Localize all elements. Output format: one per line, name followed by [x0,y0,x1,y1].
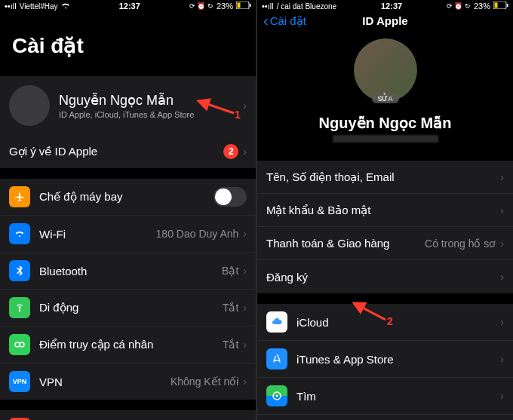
cellular-label: Di động [39,301,223,314]
chevron-right-icon: › [500,316,504,328]
itunes-label: iTunes & App Store [296,353,500,366]
notification-badge: 2 [223,144,238,159]
battery-icon [236,2,251,11]
svg-rect-1 [238,3,241,8]
bluetooth-row[interactable]: Bluetooth Bật › [0,253,256,290]
chevron-right-icon: › [500,353,504,365]
vpn-value: Không Kết nối [170,376,238,388]
chevron-right-icon: › [243,302,247,314]
password-label: Mật khẩu & Bảo mật [266,204,500,217]
vpn-icon: VPN [9,371,30,392]
vpn-row[interactable]: VPN VPN Không Kết nối › [0,363,256,400]
itunes-row[interactable]: iTunes & App Store › [257,341,513,378]
chevron-right-icon: › [500,171,504,183]
airplane-mode-row[interactable]: Chế độ máy bay [0,179,256,216]
chevron-right-icon: › [500,390,504,402]
battery-text: 23% [217,2,233,11]
back-label: Cài đặt [270,14,306,28]
back-button[interactable]: ‹ Cài đặt [263,12,306,29]
findmy-icon [266,385,287,406]
wifi-value: 180 Dao Duy Anh [156,228,239,240]
icloud-icon [266,311,287,333]
chevron-right-icon: › [243,146,247,158]
status-time: 12:37 [119,2,140,11]
svg-point-12 [276,395,278,397]
battery-text: 23% [474,2,490,11]
profile-email-blurred [333,135,438,143]
profile-sub: ID Apple, iCloud, iTunes & App Store [59,110,243,119]
payment-row[interactable]: Thanh toán & Giao hàng Có trong hồ sơ › [257,227,513,260]
profile-name: Nguyễn Ngọc Mẫn [319,114,452,132]
signal-icon: ••ıll [5,2,17,11]
chevron-right-icon: › [500,204,504,216]
chevron-right-icon: › [500,271,504,283]
status-time: 12:37 [381,2,402,11]
hotspot-icon [9,334,30,355]
hotspot-value: Tắt [223,339,238,351]
battery-icon [493,2,508,11]
findmy-label: Tìm [296,390,500,403]
chevron-right-icon: › [243,265,247,277]
bluetooth-label: Bluetooth [39,265,222,277]
apple-id-suggestion-row[interactable]: Gợi ý về ID Apple 2 › [0,135,256,168]
svg-point-3 [15,342,20,347]
wifi-icon [61,2,70,11]
avatar[interactable]: SỬA [354,38,417,102]
svg-rect-2 [250,4,251,7]
airplane-label: Chế độ máy bay [39,190,213,204]
chevron-right-icon: › [243,100,247,112]
status-bar: ••ıll Viettel#Hay 12:37 ⟳ ⏰ ↻ 23% [0,0,256,12]
status-bar: ••ıll / cai dat Bluezone 12:37 ⟳ ⏰ ↻ 23% [257,0,513,12]
cellular-icon [9,297,30,318]
profile-name: Nguyễn Ngọc Mẫn [59,92,243,109]
contact-row[interactable]: Tên, Số điện thoại, Email › [257,161,513,194]
family-sharing-row[interactable]: Thiết lập chia sẻ trong gia đình › [257,415,513,420]
svg-rect-10 [507,4,508,7]
chevron-right-icon: › [243,376,247,388]
subscribe-label: Đăng ký [266,271,500,284]
chevron-right-icon: › [500,238,504,250]
avatar [9,85,50,126]
apple-id-profile-row[interactable]: Nguyễn Ngọc Mẫn ID Apple, iCloud, iTunes… [0,76,256,135]
payment-value: Có trong hồ sơ [425,238,496,250]
airplane-icon [9,186,30,207]
cellular-row[interactable]: Di động Tắt › [0,290,256,326]
wifi-row[interactable]: Wi-Fi 180 Dao Duy Anh › [0,216,256,253]
carrier-text: Viettel#Hay [20,2,58,11]
findmy-row[interactable]: Tìm › [257,378,513,415]
bluetooth-icon [9,260,30,281]
cellular-value: Tắt [223,302,238,314]
payment-label: Thanh toán & Giao hàng [266,237,425,250]
notifications-row[interactable]: Thông báo › [0,410,256,420]
carrier-text: / cai dat Bluezone [277,2,337,11]
icloud-row[interactable]: iCloud › [257,304,513,341]
svg-point-4 [20,342,24,347]
phone-left: ••ıll Viettel#Hay 12:37 ⟳ ⏰ ↻ 23% Cài đặ… [0,0,256,420]
phone-right: ••ıll / cai dat Bluezone 12:37 ⟳ ⏰ ↻ 23%… [257,0,513,420]
chevron-right-icon: › [243,339,247,351]
wifi-label: Wi-Fi [39,228,156,241]
suggestion-label: Gợi ý về ID Apple [9,145,223,158]
password-row[interactable]: Mật khẩu & Bảo mật › [257,194,513,227]
edit-avatar-pill[interactable]: SỬA [371,94,398,103]
hotspot-row[interactable]: Điểm truy cập cá nhân Tắt › [0,326,256,363]
hotspot-label: Điểm truy cập cá nhân [39,338,223,351]
vpn-label: VPN [39,376,170,388]
profile-header: SỬA Nguyễn Ngọc Mẫn [257,29,513,155]
bluetooth-value: Bật [222,265,238,277]
airplane-toggle[interactable] [213,187,247,207]
page-title: Cài đặt [0,12,256,66]
svg-rect-9 [495,3,498,8]
status-right-icons: ⟳ ⏰ ↻ [189,2,213,10]
wifi-icon [9,223,30,244]
subscribe-row[interactable]: Đăng ký › [257,260,513,293]
signal-icon: ••ıll [262,2,274,11]
contact-label: Tên, Số điện thoại, Email [266,170,500,184]
chevron-left-icon: ‹ [263,12,269,29]
icloud-label: iCloud [296,316,500,329]
chevron-right-icon: › [243,228,247,240]
status-right-icons: ⟳ ⏰ ↻ [447,2,471,10]
appstore-icon [266,348,287,369]
nav-bar: ‹ Cài đặt ID Apple [257,12,513,29]
